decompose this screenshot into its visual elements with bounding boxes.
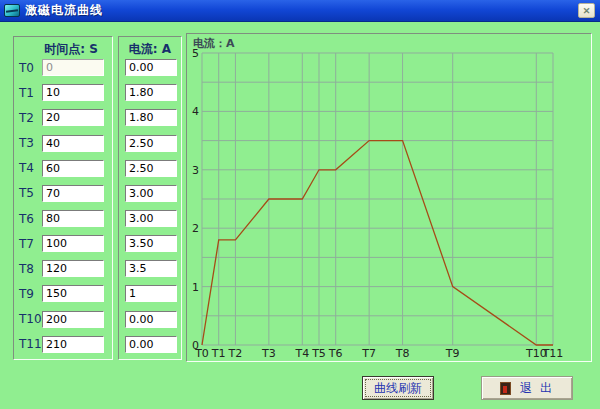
time-row: T9 [14,285,112,302]
svg-text:4: 4 [192,105,199,118]
svg-text:T3: T3 [261,347,276,360]
svg-text:T2: T2 [228,347,243,360]
current-input-t8[interactable] [125,260,177,277]
time-row: T0 [14,59,112,76]
row-label-t3: T3 [14,136,42,150]
row-label-t6: T6 [14,212,42,226]
exit-label: 退 出 [520,380,554,397]
row-label-t0: T0 [14,61,42,75]
time-row: T5 [14,185,112,202]
svg-text:T5: T5 [311,347,326,360]
titlebar: 激磁电流曲线 ✕ [0,0,600,22]
current-input-t6[interactable] [125,210,177,227]
current-row [119,210,181,227]
current-input-t4[interactable] [125,160,177,177]
svg-text:3: 3 [192,164,199,177]
time-input-t0[interactable] [42,59,104,76]
app-waveform-icon [4,4,20,17]
current-row [119,311,181,328]
row-label-t4: T4 [14,161,42,175]
time-input-t7[interactable] [42,235,104,252]
time-rows: T0T1T2T3T4T5T6T7T8T9T10T11 [14,55,112,357]
current-input-t11[interactable] [125,336,177,353]
row-label-t10: T10 [14,312,42,326]
row-label-t5: T5 [14,186,42,200]
time-row: T2 [14,109,112,126]
svg-text:T11: T11 [542,347,564,360]
current-input-t9[interactable] [125,285,177,302]
current-input-t10[interactable] [125,311,177,328]
svg-text:T6: T6 [328,347,343,360]
svg-text:T1: T1 [211,347,226,360]
current-input-t1[interactable] [125,84,177,101]
svg-text:T0: T0 [194,347,209,360]
current-row [119,84,181,101]
svg-text:1: 1 [192,281,199,294]
time-row: T7 [14,235,112,252]
time-row: T11 [14,336,112,353]
time-input-t2[interactable] [42,109,104,126]
time-input-t10[interactable] [42,311,104,328]
time-row: T3 [14,135,112,152]
svg-text:T4: T4 [294,347,309,360]
current-row [119,185,181,202]
time-input-t1[interactable] [42,84,104,101]
svg-text:T8: T8 [395,347,410,360]
current-row [119,109,181,126]
time-input-t3[interactable] [42,135,104,152]
close-button[interactable]: ✕ [578,3,595,18]
svg-text:电流：A: 电流：A [193,37,235,50]
svg-text:T7: T7 [361,347,376,360]
current-values-panel: 电流: A [118,36,182,360]
current-input-t2[interactable] [125,109,177,126]
current-input-t0[interactable] [125,59,177,76]
row-label-t7: T7 [14,237,42,251]
curve-refresh-button[interactable]: 曲线刷新 [362,376,434,400]
time-input-t8[interactable] [42,260,104,277]
current-row [119,285,181,302]
current-row [119,260,181,277]
current-row [119,336,181,353]
exit-door-icon [500,382,511,395]
current-row [119,135,181,152]
current-input-t5[interactable] [125,185,177,202]
time-points-panel: 时间点: S T0T1T2T3T4T5T6T7T8T9T10T11 [13,36,113,360]
time-input-t4[interactable] [42,160,104,177]
time-input-t11[interactable] [42,336,104,353]
row-label-t1: T1 [14,86,42,100]
row-label-t11: T11 [14,337,42,351]
window-title: 激磁电流曲线 [25,2,103,19]
current-input-t7[interactable] [125,235,177,252]
close-icon: ✕ [583,6,591,16]
time-row: T6 [14,210,112,227]
row-label-t8: T8 [14,262,42,276]
time-row: T8 [14,260,112,277]
current-row [119,59,181,76]
time-row: T4 [14,160,112,177]
current-curve-chart: 012345T0T1T2T3T4T5T6T7T8T9T10T11电流：A [187,34,591,361]
time-row: T10 [14,311,112,328]
current-input-t3[interactable] [125,135,177,152]
svg-text:T9: T9 [445,347,460,360]
time-input-t6[interactable] [42,210,104,227]
current-rows [119,55,181,357]
row-label-t9: T9 [14,287,42,301]
current-row [119,235,181,252]
exit-button[interactable]: 退 出 [481,376,573,400]
row-label-t2: T2 [14,111,42,125]
svg-text:2: 2 [192,222,199,235]
time-row: T1 [14,84,112,101]
curve-refresh-label: 曲线刷新 [374,380,422,397]
current-row [119,160,181,177]
time-input-t5[interactable] [42,185,104,202]
current-curve-chart-panel: 012345T0T1T2T3T4T5T6T7T8T9T10T11电流：A [186,33,592,362]
time-input-t9[interactable] [42,285,104,302]
